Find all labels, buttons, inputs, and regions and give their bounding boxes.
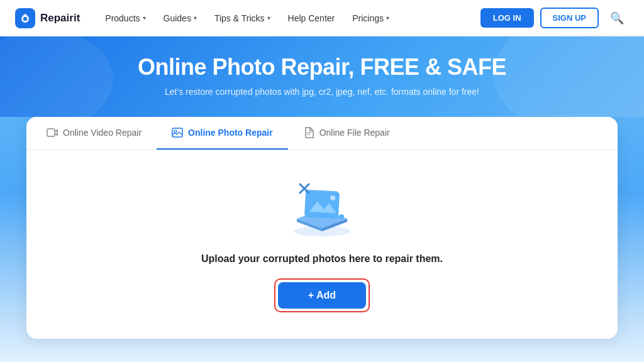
hero-section: Online Photo Repair, FREE & SAFE Let's r… (0, 36, 644, 117)
photo-tab-icon (172, 127, 183, 138)
login-button[interactable]: LOG IN (480, 8, 534, 28)
tab-photo-repair[interactable]: Online Photo Repair (157, 117, 288, 150)
nav-tips[interactable]: Tips & Tricks ▾ (207, 8, 278, 28)
upload-illustration (281, 172, 363, 241)
nav-guides[interactable]: Guides ▾ (156, 8, 204, 28)
nav-help[interactable]: Help Center (280, 8, 343, 28)
logo-icon (15, 8, 35, 28)
video-tab-icon (47, 127, 58, 138)
svg-rect-2 (172, 128, 182, 137)
logo-link[interactable]: Repairit (15, 8, 80, 28)
svg-point-0 (23, 17, 27, 21)
nav-products[interactable]: Products ▾ (97, 8, 153, 28)
products-chevron-icon: ▾ (143, 14, 146, 21)
svg-point-3 (174, 130, 177, 133)
svg-rect-9 (306, 191, 340, 219)
search-icon: 🔍 (610, 12, 624, 25)
search-button[interactable]: 🔍 (605, 9, 629, 28)
tab-file-repair[interactable]: Online File Repair (288, 117, 405, 150)
file-tab-icon (303, 127, 314, 138)
tab-video-repair[interactable]: Online Video Repair (31, 117, 157, 150)
logo-text: Repairit (40, 12, 80, 25)
guides-chevron-icon: ▾ (194, 14, 197, 21)
add-btn-wrapper: + Add (274, 278, 370, 312)
hero-subtitle: Let's restore corrupted photos with jpg,… (0, 87, 644, 97)
svg-point-13 (339, 214, 344, 219)
main-card: Online Video Repair Online Photo Repair (26, 117, 618, 339)
tabs-bar: Online Video Repair Online Photo Repair (26, 117, 618, 150)
pricings-chevron-icon: ▾ (386, 14, 389, 21)
hero-title: Online Photo Repair, FREE & SAFE (0, 54, 644, 80)
add-button[interactable]: + Add (278, 282, 366, 309)
navbar: Repairit Products ▾ Guides ▾ Tips & Tric… (0, 0, 644, 36)
svg-rect-1 (47, 129, 55, 136)
nav-pricings[interactable]: Pricings ▾ (345, 8, 397, 28)
signup-button[interactable]: SIGN UP (540, 8, 599, 28)
upload-area: Upload your corrupted photos here to rep… (26, 150, 618, 339)
upload-text: Upload your corrupted photos here to rep… (201, 253, 443, 265)
nav-right: LOG IN SIGN UP 🔍 (480, 8, 629, 28)
main-content: Online Video Repair Online Photo Repair (0, 117, 644, 362)
tips-chevron-icon: ▾ (267, 14, 270, 21)
nav-menu: Products ▾ Guides ▾ Tips & Tricks ▾ Help… (97, 8, 480, 28)
